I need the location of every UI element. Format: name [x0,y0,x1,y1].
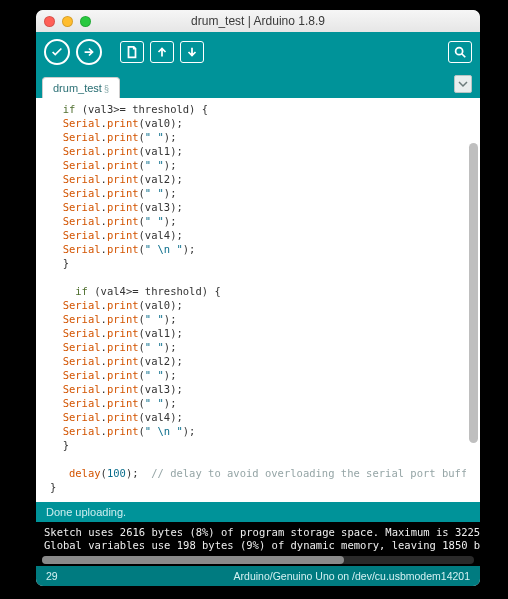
scrollbar-thumb[interactable] [469,143,478,443]
file-icon [125,45,139,59]
minimize-icon[interactable] [62,16,73,27]
status-bar: Done uploading. [36,502,480,522]
arrow-right-icon [82,45,96,59]
window-title: drum_test | Arduino 1.8.9 [36,14,480,28]
arrow-up-icon [155,45,169,59]
window-controls [44,16,91,27]
verify-button[interactable] [44,39,70,65]
board-port-label: Arduino/Genuino Uno on /dev/cu.usbmodem1… [234,570,470,582]
serial-monitor-icon [453,45,467,59]
serial-monitor-button[interactable] [448,41,472,63]
close-icon[interactable] [44,16,55,27]
tab-marker: § [104,84,109,94]
tab-sketch[interactable]: drum_test§ [42,77,120,98]
footer-bar: 29 Arduino/Genuino Uno on /dev/cu.usbmod… [36,566,480,586]
vertical-scrollbar[interactable] [468,98,478,502]
open-button[interactable] [150,41,174,63]
status-text: Done uploading. [46,506,126,518]
arrow-down-icon [185,45,199,59]
app-window: drum_test | Arduino 1.8.9 drum_test§ [36,10,480,586]
editor-pane: if (val3>= threshold) { Serial.print(val… [36,98,480,502]
tab-menu-button[interactable] [454,75,472,93]
titlebar[interactable]: drum_test | Arduino 1.8.9 [36,10,480,32]
tab-bar: drum_test§ [36,72,480,98]
console-line: Sketch uses 2616 bytes (8%) of program s… [44,526,472,539]
check-icon [50,45,64,59]
svg-point-0 [456,48,463,55]
scrollbar-thumb[interactable] [42,556,344,564]
console[interactable]: Sketch uses 2616 bytes (8%) of program s… [36,522,480,566]
tab-label: drum_test [53,82,102,94]
save-button[interactable] [180,41,204,63]
line-number: 29 [46,570,58,582]
horizontal-scrollbar[interactable] [42,556,474,564]
new-button[interactable] [120,41,144,63]
code-editor[interactable]: if (val3>= threshold) { Serial.print(val… [36,98,466,502]
upload-button[interactable] [76,39,102,65]
chevron-down-icon [458,79,468,89]
toolbar [36,32,480,72]
console-line: Global variables use 198 bytes (9%) of d… [44,539,472,552]
zoom-icon[interactable] [80,16,91,27]
